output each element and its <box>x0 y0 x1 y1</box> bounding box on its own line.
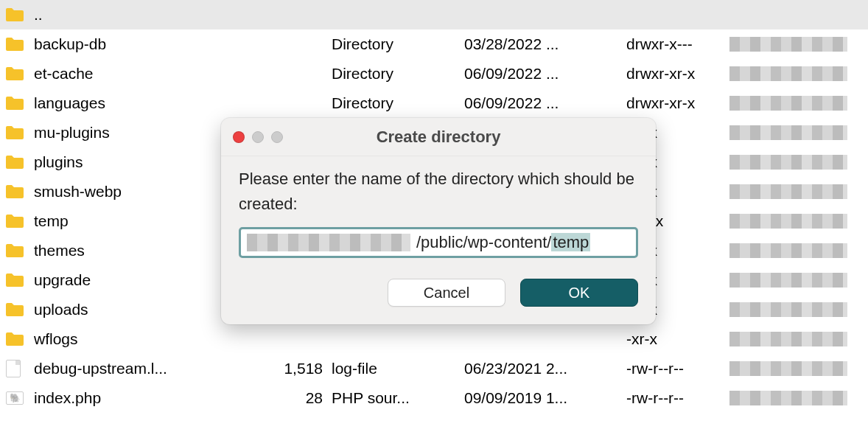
directory-path-value: /public/wp-content/temp <box>416 233 590 252</box>
create-directory-dialog: Create directory Please enter the name o… <box>221 118 656 324</box>
row-type: Directory <box>332 65 464 83</box>
dialog-body: Please enter the name of the directory w… <box>221 156 656 324</box>
row-date: 06/09/2022 ... <box>464 65 626 83</box>
folder-icon <box>6 332 31 346</box>
row-size: 28 <box>259 389 332 407</box>
table-row[interactable]: et-cache Directory 06/09/2022 ... drwxr-… <box>0 59 868 88</box>
folder-icon <box>6 184 31 199</box>
table-row[interactable]: wflogs -xr-x <box>0 324 868 354</box>
folder-icon <box>6 273 31 288</box>
window-zoom-icon[interactable] <box>271 131 283 143</box>
table-row[interactable]: index.php 28 PHP sour... 09/09/2019 1...… <box>0 383 868 413</box>
row-perm: drwxr-xr-x <box>626 94 729 112</box>
row-owner <box>729 243 855 258</box>
dialog-title: Create directory <box>221 128 656 147</box>
row-size: 1,518 <box>259 360 332 377</box>
row-date: 06/23/2021 2... <box>464 360 626 377</box>
row-date: 03/28/2022 ... <box>464 35 626 53</box>
path-selected: temp <box>551 233 590 251</box>
row-owner <box>729 332 855 346</box>
row-type: log-file <box>332 360 464 377</box>
table-row[interactable]: backup-db Directory 03/28/2022 ... drwxr… <box>0 29 868 59</box>
row-owner <box>729 214 855 229</box>
row-name: wflogs <box>31 330 259 348</box>
row-perm: -rw-r--r-- <box>626 389 729 407</box>
folder-icon <box>6 37 31 52</box>
ok-button[interactable]: OK <box>520 279 638 307</box>
row-owner <box>729 96 855 111</box>
row-name: languages <box>31 94 259 112</box>
path-prefix: /public/wp-content/ <box>416 233 551 251</box>
row-type: Directory <box>332 35 464 53</box>
php-icon <box>6 391 31 405</box>
row-perm: drwxr-x--- <box>626 35 729 53</box>
row-date: 09/09/2019 1... <box>464 389 626 407</box>
row-owner <box>729 361 855 376</box>
file-icon <box>6 360 31 377</box>
row-date: 06/09/2022 ... <box>464 94 626 112</box>
row-owner <box>729 66 855 81</box>
row-owner <box>729 184 855 199</box>
row-owner <box>729 125 855 140</box>
row-name: .. <box>31 6 259 24</box>
dialog-titlebar[interactable]: Create directory <box>221 118 656 156</box>
window-close-icon[interactable] <box>233 131 245 143</box>
dialog-buttons: Cancel OK <box>239 279 638 307</box>
row-name: et-cache <box>31 65 259 83</box>
row-type: PHP sour... <box>332 389 464 407</box>
row-owner <box>729 155 855 170</box>
row-owner <box>729 37 855 52</box>
row-owner <box>729 302 855 317</box>
folder-icon <box>6 66 31 81</box>
row-type: Directory <box>332 94 464 112</box>
folder-icon <box>6 96 31 111</box>
cancel-button[interactable]: Cancel <box>388 279 505 307</box>
row-perm: -xr-x <box>626 330 729 348</box>
row-name: debug-upstream.l... <box>31 360 259 377</box>
folder-icon <box>6 155 31 170</box>
row-owner <box>729 391 855 405</box>
row-name: index.php <box>31 389 259 407</box>
folder-icon <box>6 125 31 140</box>
parent-dir-row[interactable]: .. <box>0 0 868 29</box>
table-row[interactable]: languages Directory 06/09/2022 ... drwxr… <box>0 88 868 118</box>
dialog-message: Please enter the name of the directory w… <box>239 167 638 217</box>
row-perm: drwxr-xr-x <box>626 65 729 83</box>
row-perm: -rw-r--r-- <box>626 360 729 377</box>
table-row[interactable]: debug-upstream.l... 1,518 log-file 06/23… <box>0 354 868 383</box>
row-name: backup-db <box>31 35 259 53</box>
redacted-hostprefix <box>247 234 410 251</box>
window-controls <box>233 131 283 143</box>
folder-icon <box>6 7 31 22</box>
row-owner <box>729 273 855 288</box>
directory-path-input[interactable]: /public/wp-content/temp <box>239 227 638 258</box>
folder-icon <box>6 243 31 258</box>
folder-icon <box>6 302 31 317</box>
folder-icon <box>6 214 31 229</box>
window-minimize-icon[interactable] <box>252 131 264 143</box>
